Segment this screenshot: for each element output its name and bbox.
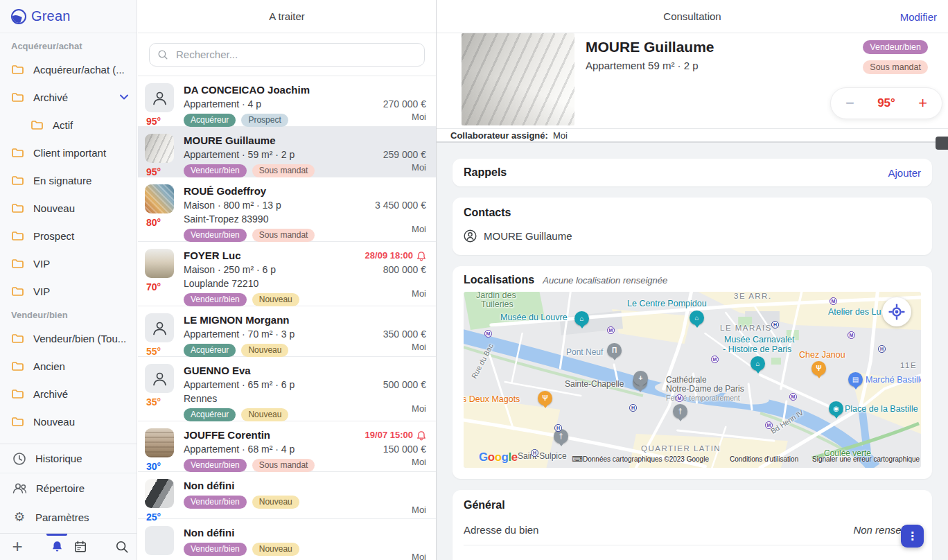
temperature-badge: 95° [145, 116, 184, 127]
restaurant-pin-deux-magots: Ψ [538, 391, 552, 405]
search-area [138, 33, 436, 76]
temperature-value: 95° [877, 96, 895, 110]
sidebar-item-archiv-[interactable]: Archivé [0, 380, 137, 408]
sidebar-item-vip[interactable]: VIP [0, 277, 137, 305]
list-item[interactable]: 80°ROUÉ GodeffroyMaison · 800 m² · 13 pS… [138, 177, 436, 242]
list-item[interactable]: 95°DA CONCEICAO JoachimAppartement · 4 p… [138, 76, 436, 127]
search-input[interactable] [175, 48, 416, 61]
contact-item[interactable]: MOURE Guillaume [464, 229, 921, 243]
sidebar-item-prospect[interactable]: Prospect [0, 222, 137, 250]
calendar-button[interactable] [70, 534, 91, 560]
list-pane-title: A traiter [138, 0, 436, 33]
add-button[interactable]: + [7, 534, 28, 560]
report-error-link[interactable]: Signaler une erreur cartographique [812, 455, 920, 463]
sidebar-item-acqu-reur-achat-[interactable]: Acquéreur/achat (... [0, 55, 137, 83]
google-logo[interactable]: Google [479, 450, 518, 464]
row-main: MOURE GuillaumeAppartement · 59 m² · 2 p… [184, 134, 383, 180]
status-badge: Vendeur/bien [184, 543, 247, 556]
transit-station-icon: H [771, 321, 779, 329]
sidebar-item-archiv-[interactable]: Archivé [0, 83, 137, 111]
list-item[interactable]: 95°MOURE GuillaumeAppartement · 59 m² · … [138, 127, 436, 177]
property-details: Appartement · 65 m² · 6 p [184, 378, 383, 392]
plus-icon: + [12, 537, 22, 555]
list-item[interactable]: 25°Non définiVendeur/bienNouveauMoi [138, 472, 436, 519]
keyboard-shortcuts-icon[interactable]: ⌨ [572, 455, 583, 464]
owner: Moi [412, 341, 426, 353]
person-icon [152, 90, 168, 106]
google-map[interactable]: Jardin desTuileriesMusée du LouvreLe Cen… [464, 292, 921, 468]
sidebar-item-nouveau[interactable]: Nouveau [0, 408, 137, 435]
badge-row: AcquéreurNouveau [184, 408, 383, 421]
sidebar-item-client-important[interactable]: Client important [0, 139, 137, 166]
my-location-button[interactable] [882, 297, 911, 326]
temperature-badge: 55° [145, 346, 184, 357]
sidebar-item-nouveau[interactable]: Nouveau [0, 194, 137, 222]
map-label: Pont Neuf [566, 347, 603, 357]
sidebar-nav-repertoire[interactable]: Répertoire [0, 473, 137, 502]
temperature-increase-button[interactable]: + [918, 96, 927, 111]
sidebar-nav-parametres[interactable]: ⚙Paramètres [0, 502, 137, 532]
thumbnail [145, 428, 174, 457]
status-badge: Nouveau [241, 408, 288, 421]
thumbnail-column: 25° [145, 479, 184, 523]
transit-station-icon: H [629, 404, 637, 412]
status-badge: Sous mandat [252, 459, 315, 472]
row-main: Non définiVendeur/bienNouveau [184, 479, 412, 523]
folder-list[interactable]: Acquéreur/achatAcquéreur/achat (...Archi… [0, 33, 137, 444]
list-item[interactable]: 30°JOUFFE CorentinAppartement · 68 m² · … [138, 421, 436, 472]
search-box[interactable] [149, 43, 425, 67]
status-badge: Vendeur/bien [184, 459, 247, 472]
history-clock-icon [12, 452, 26, 466]
sidebar-item-actif[interactable]: Actif [0, 111, 137, 139]
contact-name: MOURE Guillaume [586, 39, 714, 55]
sidebar-item-en-signature[interactable]: En signature [0, 166, 137, 194]
sidebar-nav-historique[interactable]: Historique [0, 444, 137, 473]
status-badge: Prospect [241, 114, 288, 127]
sidebar-item-ancien[interactable]: Ancien [0, 352, 137, 380]
price: 350 000 € [383, 327, 426, 341]
restaurant-pin-chez-janou: Ψ [811, 361, 826, 376]
add-reminder-button[interactable]: Ajouter [888, 167, 921, 179]
localisations-title: Localisations [464, 274, 534, 286]
app-title: Grean [31, 8, 71, 24]
list-item[interactable]: 70°FOYER LucMaison · 250 m² · 6 pLouplan… [138, 242, 436, 306]
status-badge: Acquéreur [184, 114, 236, 127]
app-header: Grean [0, 0, 137, 33]
temperature-decrease-button[interactable]: − [845, 96, 854, 111]
row-right: 350 000 €Moi [383, 313, 426, 360]
contact-name: FOYER Luc [184, 249, 365, 263]
sidebar-item-vendeur-bien-tou-[interactable]: Vendeur/bien (Tou... [0, 324, 137, 352]
map-label: - Histoire de Paris [723, 344, 791, 354]
gear-icon: ⚙ [12, 511, 26, 523]
list-item[interactable]: 35°GUENNO EvaAppartement · 65 m² · 6 pRe… [138, 357, 436, 421]
folder-icon [11, 258, 24, 269]
more-actions-fab[interactable] [901, 525, 924, 548]
search-button[interactable] [112, 534, 132, 560]
localisations-card: Localisations Aucune localisation rensei… [453, 266, 932, 479]
transit-station-icon: M [711, 356, 719, 363]
localisations-empty-note: Aucune localisation renseignée [543, 275, 667, 286]
contact-name: Non défini [184, 526, 412, 540]
notifications-button[interactable] [46, 534, 67, 560]
list-item[interactable]: 55°LE MIGNON MorgannAppartement · 70 m² … [138, 306, 436, 357]
owner: Moi [412, 111, 426, 123]
price: 500 000 € [383, 378, 426, 392]
thumbnail [145, 526, 174, 555]
property-summary: Appartement 59 m² · 2 p [586, 60, 699, 71]
row-main: JOUFFE CorentinAppartement · 68 m² · 4 p… [184, 428, 365, 475]
map-label: 11E [900, 361, 917, 369]
modify-button[interactable]: Modifier [900, 0, 937, 33]
scrollbar-thumb[interactable] [936, 137, 948, 150]
sidebar-item-vip[interactable]: VIP [0, 250, 137, 277]
owner: Moi [412, 551, 426, 560]
sidebar-toolbar: + [0, 533, 137, 560]
map-label: 3E ARR. [734, 292, 772, 300]
reminder-bell-icon [416, 430, 426, 441]
bridge-pin-pont-neuf: Π [607, 343, 622, 358]
detail-header: Consultation Modifier [437, 0, 948, 33]
row-right: 270 000 €Moi [383, 83, 426, 130]
owner: Moi [412, 403, 426, 415]
list-item[interactable]: 25°Non définiVendeur/bienNouveauMoi [138, 519, 436, 560]
terms-of-use-link[interactable]: Conditions d'utilisation [730, 455, 798, 463]
status-badge: Sous mandat [252, 164, 315, 177]
